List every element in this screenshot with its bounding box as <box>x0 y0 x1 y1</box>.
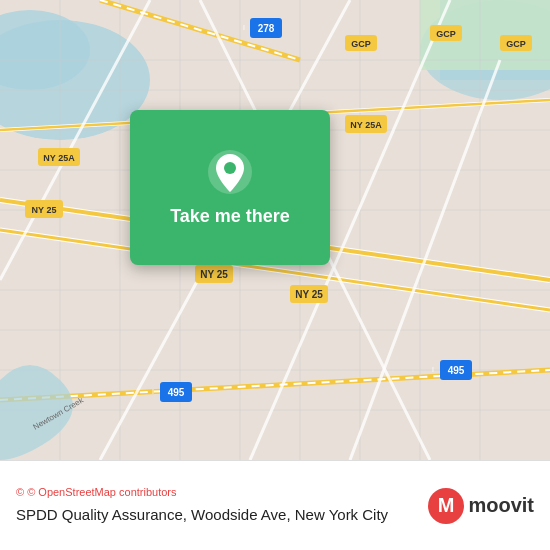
svg-text:NY 25: NY 25 <box>200 269 228 280</box>
info-left: © © OpenStreetMap contributors SPDD Qual… <box>16 486 428 525</box>
copyright-text: © © OpenStreetMap contributors <box>16 486 428 498</box>
svg-text:I: I <box>152 388 154 395</box>
svg-text:495: 495 <box>448 365 465 376</box>
moovit-label: moovit <box>468 494 534 517</box>
svg-text:M: M <box>438 494 455 516</box>
take-me-there-label: Take me there <box>170 206 290 227</box>
map-container: 278 I NY 25 NY 25 NY 25A NY 25A 495 I 49… <box>0 0 550 460</box>
moovit-icon: M <box>428 488 464 524</box>
take-me-there-popup[interactable]: Take me there <box>130 110 330 265</box>
svg-text:NY 25A: NY 25A <box>350 120 382 130</box>
address-text: SPDD Quality Assurance, Woodside Ave, Ne… <box>16 504 428 525</box>
svg-text:GCP: GCP <box>506 39 526 49</box>
location-pin-icon <box>206 148 254 196</box>
copyright-symbol: © <box>16 486 24 498</box>
svg-text:278: 278 <box>258 23 275 34</box>
svg-text:GCP: GCP <box>436 29 456 39</box>
svg-text:I: I <box>432 366 434 373</box>
copyright-label: © OpenStreetMap contributors <box>27 486 176 498</box>
svg-text:GCP: GCP <box>351 39 371 49</box>
svg-text:NY 25A: NY 25A <box>43 153 75 163</box>
svg-point-66 <box>224 162 236 174</box>
svg-text:495: 495 <box>168 387 185 398</box>
svg-text:NY 25: NY 25 <box>32 205 57 215</box>
svg-text:NY 25: NY 25 <box>295 289 323 300</box>
svg-text:I: I <box>243 24 245 31</box>
info-bar: © © OpenStreetMap contributors SPDD Qual… <box>0 460 550 550</box>
moovit-logo: M moovit <box>428 488 534 524</box>
